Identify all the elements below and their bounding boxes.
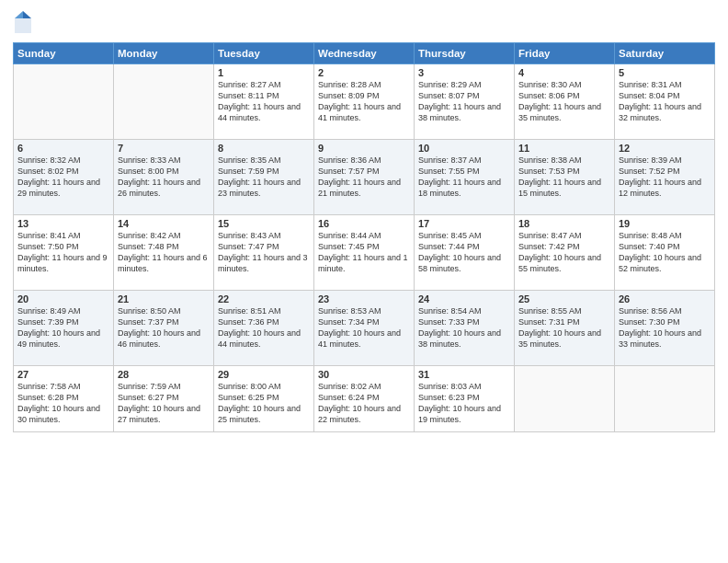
calendar-cell: 8Sunrise: 8:35 AM Sunset: 7:59 PM Daylig… — [214, 140, 314, 215]
calendar-cell: 20Sunrise: 8:49 AM Sunset: 7:39 PM Dayli… — [14, 291, 114, 366]
calendar-cell: 30Sunrise: 8:02 AM Sunset: 6:24 PM Dayli… — [314, 366, 415, 432]
day-number: 10 — [418, 143, 510, 154]
calendar-cell: 22Sunrise: 8:51 AM Sunset: 7:36 PM Dayli… — [214, 291, 314, 366]
week-row-5: 27Sunrise: 7:58 AM Sunset: 6:28 PM Dayli… — [14, 366, 715, 432]
day-number: 9 — [318, 143, 410, 154]
day-info: Sunrise: 8:44 AM Sunset: 7:45 PM Dayligh… — [318, 230, 410, 275]
day-number: 19 — [619, 218, 711, 229]
weekday-header-saturday: Saturday — [615, 43, 715, 64]
calendar-cell: 13Sunrise: 8:41 AM Sunset: 7:50 PM Dayli… — [14, 215, 114, 291]
day-number: 23 — [318, 293, 410, 304]
week-row-2: 6Sunrise: 8:32 AM Sunset: 8:02 PM Daylig… — [14, 140, 715, 215]
day-number: 6 — [17, 143, 109, 154]
calendar-cell: 28Sunrise: 7:59 AM Sunset: 6:27 PM Dayli… — [114, 366, 214, 432]
day-number: 20 — [17, 293, 109, 304]
calendar-cell: 6Sunrise: 8:32 AM Sunset: 8:02 PM Daylig… — [14, 140, 114, 215]
calendar-cell: 19Sunrise: 8:48 AM Sunset: 7:40 PM Dayli… — [615, 215, 715, 291]
weekday-header-tuesday: Tuesday — [214, 43, 314, 64]
calendar-cell: 31Sunrise: 8:03 AM Sunset: 6:23 PM Dayli… — [415, 366, 515, 432]
day-info: Sunrise: 8:37 AM Sunset: 7:55 PM Dayligh… — [418, 155, 510, 200]
day-info: Sunrise: 7:58 AM Sunset: 6:28 PM Dayligh… — [17, 381, 109, 426]
day-number: 27 — [17, 369, 109, 380]
day-info: Sunrise: 8:35 AM Sunset: 7:59 PM Dayligh… — [218, 155, 310, 200]
calendar-cell: 25Sunrise: 8:55 AM Sunset: 7:31 PM Dayli… — [515, 291, 615, 366]
logo — [13, 9, 35, 35]
calendar-cell: 5Sunrise: 8:31 AM Sunset: 8:04 PM Daylig… — [615, 64, 715, 140]
day-info: Sunrise: 8:32 AM Sunset: 8:02 PM Dayligh… — [17, 155, 109, 200]
calendar-cell: 23Sunrise: 8:53 AM Sunset: 7:34 PM Dayli… — [314, 291, 415, 366]
day-info: Sunrise: 8:02 AM Sunset: 6:24 PM Dayligh… — [318, 381, 410, 426]
day-number: 31 — [418, 369, 510, 380]
calendar-cell: 11Sunrise: 8:38 AM Sunset: 7:53 PM Dayli… — [515, 140, 615, 215]
day-number: 11 — [518, 143, 610, 154]
day-info: Sunrise: 8:29 AM Sunset: 8:07 PM Dayligh… — [418, 79, 510, 124]
calendar-cell: 17Sunrise: 8:45 AM Sunset: 7:44 PM Dayli… — [415, 215, 515, 291]
calendar-cell: 2Sunrise: 8:28 AM Sunset: 8:09 PM Daylig… — [314, 64, 415, 140]
day-number: 3 — [418, 67, 510, 78]
day-number: 14 — [118, 218, 210, 229]
day-number: 7 — [118, 143, 210, 154]
calendar-cell — [615, 366, 715, 432]
day-number: 12 — [619, 143, 711, 154]
day-number: 24 — [418, 293, 510, 304]
calendar-cell: 14Sunrise: 8:42 AM Sunset: 7:48 PM Dayli… — [114, 215, 214, 291]
day-info: Sunrise: 8:42 AM Sunset: 7:48 PM Dayligh… — [118, 230, 210, 275]
day-number: 25 — [518, 293, 610, 304]
day-info: Sunrise: 8:48 AM Sunset: 7:40 PM Dayligh… — [619, 230, 711, 275]
day-info: Sunrise: 8:39 AM Sunset: 7:52 PM Dayligh… — [619, 155, 711, 200]
day-info: Sunrise: 8:53 AM Sunset: 7:34 PM Dayligh… — [318, 305, 410, 350]
svg-marker-1 — [23, 11, 31, 18]
calendar-cell: 27Sunrise: 7:58 AM Sunset: 6:28 PM Dayli… — [14, 366, 114, 432]
calendar-cell: 21Sunrise: 8:50 AM Sunset: 7:37 PM Dayli… — [114, 291, 214, 366]
day-info: Sunrise: 8:38 AM Sunset: 7:53 PM Dayligh… — [518, 155, 610, 200]
day-number: 22 — [218, 293, 310, 304]
day-info: Sunrise: 8:54 AM Sunset: 7:33 PM Dayligh… — [418, 305, 510, 350]
page: SundayMondayTuesdayWednesdayThursdayFrid… — [0, 0, 728, 563]
week-row-3: 13Sunrise: 8:41 AM Sunset: 7:50 PM Dayli… — [14, 215, 715, 291]
day-number: 13 — [17, 218, 109, 229]
day-number: 26 — [619, 293, 711, 304]
weekday-header-wednesday: Wednesday — [314, 43, 415, 64]
day-info: Sunrise: 8:31 AM Sunset: 8:04 PM Dayligh… — [619, 79, 711, 124]
calendar-cell: 3Sunrise: 8:29 AM Sunset: 8:07 PM Daylig… — [415, 64, 515, 140]
calendar-cell — [14, 64, 114, 140]
day-info: Sunrise: 8:45 AM Sunset: 7:44 PM Dayligh… — [418, 230, 510, 275]
day-info: Sunrise: 8:43 AM Sunset: 7:47 PM Dayligh… — [218, 230, 310, 275]
day-number: 8 — [218, 143, 310, 154]
day-number: 18 — [518, 218, 610, 229]
calendar-cell: 7Sunrise: 8:33 AM Sunset: 8:00 PM Daylig… — [114, 140, 214, 215]
day-number: 30 — [318, 369, 410, 380]
calendar-cell: 16Sunrise: 8:44 AM Sunset: 7:45 PM Dayli… — [314, 215, 415, 291]
svg-marker-2 — [15, 11, 23, 18]
weekday-header-thursday: Thursday — [415, 43, 515, 64]
day-number: 29 — [218, 369, 310, 380]
day-number: 2 — [318, 67, 410, 78]
day-info: Sunrise: 8:41 AM Sunset: 7:50 PM Dayligh… — [17, 230, 109, 275]
day-info: Sunrise: 8:50 AM Sunset: 7:37 PM Dayligh… — [118, 305, 210, 350]
day-info: Sunrise: 8:51 AM Sunset: 7:36 PM Dayligh… — [218, 305, 310, 350]
day-info: Sunrise: 8:56 AM Sunset: 7:30 PM Dayligh… — [619, 305, 711, 350]
weekday-header-monday: Monday — [114, 43, 214, 64]
calendar-cell: 12Sunrise: 8:39 AM Sunset: 7:52 PM Dayli… — [615, 140, 715, 215]
weekday-header-friday: Friday — [515, 43, 615, 64]
weekday-header-sunday: Sunday — [14, 43, 114, 64]
calendar-cell: 26Sunrise: 8:56 AM Sunset: 7:30 PM Dayli… — [615, 291, 715, 366]
calendar-cell: 9Sunrise: 8:36 AM Sunset: 7:57 PM Daylig… — [314, 140, 415, 215]
weekday-header-row: SundayMondayTuesdayWednesdayThursdayFrid… — [14, 43, 715, 64]
header — [13, 9, 715, 35]
calendar-cell: 10Sunrise: 8:37 AM Sunset: 7:55 PM Dayli… — [415, 140, 515, 215]
day-number: 15 — [218, 218, 310, 229]
day-info: Sunrise: 7:59 AM Sunset: 6:27 PM Dayligh… — [118, 381, 210, 426]
calendar-cell: 15Sunrise: 8:43 AM Sunset: 7:47 PM Dayli… — [214, 215, 314, 291]
week-row-1: 1Sunrise: 8:27 AM Sunset: 8:11 PM Daylig… — [14, 64, 715, 140]
calendar-cell: 29Sunrise: 8:00 AM Sunset: 6:25 PM Dayli… — [214, 366, 314, 432]
day-number: 28 — [118, 369, 210, 380]
calendar-cell — [114, 64, 214, 140]
day-info: Sunrise: 8:27 AM Sunset: 8:11 PM Dayligh… — [218, 79, 310, 124]
calendar-cell: 1Sunrise: 8:27 AM Sunset: 8:11 PM Daylig… — [214, 64, 314, 140]
calendar-cell — [515, 366, 615, 432]
calendar-cell: 24Sunrise: 8:54 AM Sunset: 7:33 PM Dayli… — [415, 291, 515, 366]
day-info: Sunrise: 8:33 AM Sunset: 8:00 PM Dayligh… — [118, 155, 210, 200]
day-info: Sunrise: 8:28 AM Sunset: 8:09 PM Dayligh… — [318, 79, 410, 124]
day-info: Sunrise: 8:49 AM Sunset: 7:39 PM Dayligh… — [17, 305, 109, 350]
